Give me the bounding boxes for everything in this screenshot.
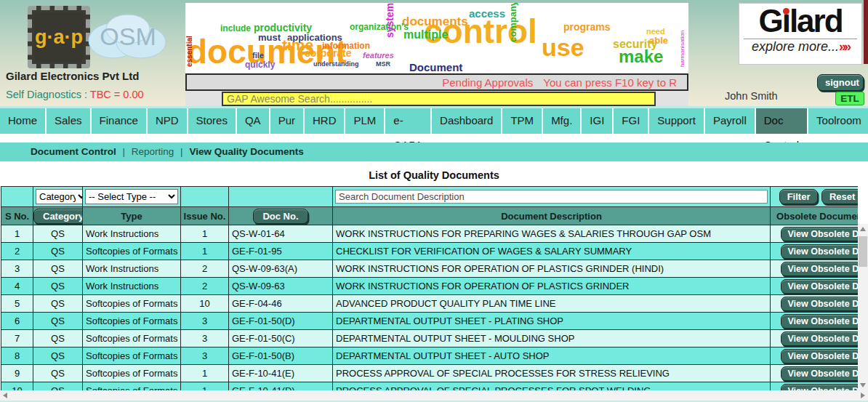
menu-item-pur[interactable]: Pur [270,108,305,134]
menu-item-hrd[interactable]: HRD [305,108,346,134]
scroll-left-arrow-icon[interactable] [3,393,7,398]
cell-issue: 1 [181,243,229,260]
cell-category: QS [33,365,83,382]
filter-cell-empty [181,187,229,207]
self-diagnostics: Self Diagnostics : TBC = 0.00 [6,89,144,100]
wordcloud-word: MSR [376,61,390,68]
view-obsolete-doc-button[interactable]: View Obsolete Doc [781,366,859,381]
cell-obsolete: View Obsolete Doc [771,295,859,313]
cell-obsolete: View Obsolete Doc [771,313,859,330]
doc-no-sort-button[interactable]: Doc No. [253,209,308,224]
cell-obsolete: View Obsolete Doc [771,260,859,278]
gap-chip-logo: g·a·p [28,6,90,68]
cell-obsolete: View Obsolete Doc [771,347,859,365]
gap-awesome-search-input[interactable] [222,92,656,106]
menu-item-payroll[interactable]: Payroll [705,108,756,134]
menu-item-qa[interactable]: QA [237,108,270,134]
cell-doc: QS-W-09-63(A) [229,260,333,278]
menu-item-igi[interactable]: IGI [582,108,614,134]
menu-item-npd[interactable]: NPD [148,108,188,134]
menu-item-plm[interactable]: PLM [345,108,385,134]
menu-item-dashboard[interactable]: Dashboard [432,108,502,134]
pending-approvals-link[interactable]: Pending Approvals [442,76,533,89]
cell-obsolete: View Obsolete Doc [771,225,859,243]
cell-obsolete: View Obsolete Doc [771,365,859,382]
category-filter-select[interactable]: Category [36,189,83,204]
cell-doc: GE-F-01-95 [229,243,333,260]
filter-button[interactable]: Filter [779,189,819,204]
notification-marquee: Pending Approvals You can press F10 key … [185,73,688,91]
cell-sno: 8 [1,347,33,365]
menu-item-e-capa[interactable]: e-CAPA [385,108,432,134]
cell-desc: DEPARTMENTAL OUTPUT SHEET - AUTO SHOP [333,347,771,365]
wordcloud-word: features [363,52,394,60]
cell-sno: 6 [1,313,33,330]
view-obsolete-doc-button[interactable]: View Obsolete Doc [781,331,859,346]
scroll-right-arrow-icon[interactable] [861,393,865,398]
type-filter-select[interactable]: -- Select Type -- [85,189,178,204]
filter-row: Category -- Select Type -- Filter Reset [1,187,859,207]
table-row: 2QSSoftcopies of Formats1GE-F-01-95CHECK… [1,243,859,260]
view-obsolete-doc-button[interactable]: View Obsolete Doc [781,262,859,276]
cell-sno: 1 [1,225,33,243]
table-row: 5QSSoftcopies of Formats10GE-F-04-46ADVA… [1,295,859,313]
diagnostics-label: Self Diagnostics : [6,89,87,100]
f10-hint-text[interactable]: You can press F10 key to R [543,76,677,89]
menu-item-mfg-[interactable]: Mfg. [543,108,582,134]
breadcrumb-section[interactable]: Document Control [31,146,116,157]
view-obsolete-doc-button[interactable]: View Obsolete Doc [781,349,859,363]
cell-type: Softcopies of Formats [83,313,181,330]
wordcloud-banner: documentcontrolusemakedocumentsaccessmul… [185,3,688,73]
gilard-logo: Gılard explore more...»» [739,3,862,65]
cell-desc: PROCESS APPROVAL OF SPECIAL PROCESSES FO… [333,365,771,382]
cell-doc: GE-F-01-50(C) [229,330,333,347]
view-obsolete-doc-button[interactable]: View Obsolete Doc [781,227,859,241]
etl-button[interactable]: ETL [835,92,864,105]
menu-item-home[interactable]: Home [0,108,47,134]
cell-doc: GE-F-10-41(D) [229,382,333,391]
wordcloud-word: programs [563,22,611,32]
menu-item-finance[interactable]: Finance [92,108,148,134]
scroll-down-arrow-icon[interactable] [860,383,866,387]
wordcloud-word: system [385,3,395,38]
cell-desc: CHECKLIST FOR VERIFICATION OF WAGES & SA… [333,243,771,260]
menu-item-fgi[interactable]: FGI [614,108,649,134]
menu-item-toolroom[interactable]: Toolroom [808,108,868,134]
documents-tbody: 1QSWork Instructions1QS-W-01-64WORK INST… [1,225,859,391]
table-row: 8QSSoftcopies of Formats3GE-F-01-50(B)DE… [1,347,859,365]
cell-type: Work Instructions [83,225,181,243]
wordcloud-word: use [542,35,584,60]
vertical-scrollbar[interactable] [858,224,868,390]
menu-item-sales[interactable]: Sales [47,108,92,134]
page-header: g·a·p OSM Gilard Electronics Pvt Ltd Sel… [0,0,868,106]
cell-type: Softcopies of Formats [83,347,181,365]
cell-sno: 5 [1,295,33,313]
view-obsolete-doc-button[interactable]: View Obsolete Doc [781,297,859,311]
menu-item-support[interactable]: Support [649,108,705,134]
view-obsolete-doc-button[interactable]: View Obsolete Doc [781,279,859,294]
wordcloud-word: company [508,3,518,42]
cell-category: QS [33,382,83,391]
breadcrumb-page: View Quality Documents [189,146,303,157]
menu-item-stores[interactable]: Stores [188,108,237,134]
view-obsolete-doc-button[interactable]: View Obsolete Doc [781,384,859,391]
wordcloud-word: Document [409,62,462,73]
scroll-up-arrow-icon[interactable] [860,227,866,231]
breadcrumb-sub[interactable]: Reporting [132,146,174,157]
description-search-input[interactable] [335,190,768,204]
cell-issue: 10 [181,295,229,313]
menu-item-doc-control[interactable]: Doc Control [756,108,808,134]
filter-cell-search [333,187,771,207]
reset-button[interactable]: Reset [821,189,858,204]
header-sno: S No. [1,207,33,225]
vertical-scroll-thumb[interactable] [859,236,867,267]
horizontal-scrollbar[interactable] [0,390,868,401]
signout-button[interactable]: signout [817,74,864,91]
view-obsolete-doc-button[interactable]: View Obsolete Doc [781,244,859,259]
view-obsolete-doc-button[interactable]: View Obsolete Doc [781,314,859,329]
cell-category: QS [33,243,83,260]
category-sort-button[interactable]: Category [33,209,83,224]
menu-item-tpm[interactable]: TPM [502,108,543,134]
cell-type: Softcopies of Formats [83,295,181,313]
gilard-i-red-dot: ı [782,3,789,39]
